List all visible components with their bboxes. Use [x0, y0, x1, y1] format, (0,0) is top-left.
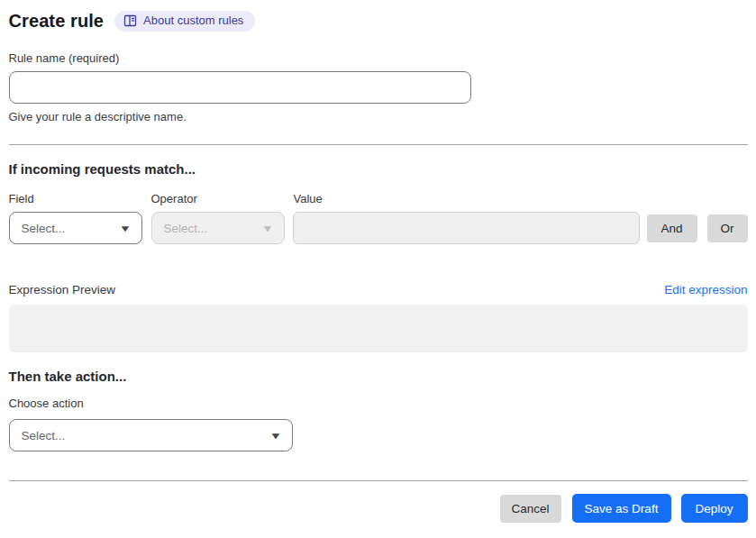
about-custom-rules-label: About custom rules	[143, 14, 243, 26]
expression-label-row: Expression Preview Edit expression	[9, 283, 748, 296]
choose-action-placeholder: Select...	[22, 429, 66, 442]
rule-name-group: Rule name (required) Give your rule a de…	[9, 51, 748, 123]
about-custom-rules-link[interactable]: About custom rules	[114, 11, 255, 32]
match-labels-row: Field Operator Value	[9, 192, 748, 205]
operator-select-placeholder: Select...	[164, 222, 208, 235]
value-input	[293, 212, 640, 244]
match-controls-row: Select... ▼ Select... ▼ And Or	[9, 212, 748, 244]
rule-name-input[interactable]	[9, 71, 471, 104]
expression-preview-label: Expression Preview	[9, 283, 116, 296]
rule-name-helper: Give your rule a descriptive name.	[9, 110, 748, 123]
book-icon	[123, 14, 137, 27]
operator-label: Operator	[151, 192, 294, 205]
page-title: Create rule	[9, 11, 105, 32]
field-select-placeholder: Select...	[22, 222, 66, 235]
or-button[interactable]: Or	[707, 214, 748, 242]
match-section-heading: If incoming requests match...	[9, 161, 748, 177]
save-as-draft-button[interactable]: Save as Draft	[572, 494, 671, 523]
footer-actions: Cancel Save as Draft Deploy	[9, 494, 748, 523]
field-select[interactable]: Select... ▼	[9, 212, 142, 244]
choose-action-select[interactable]: Select... ▼	[9, 419, 293, 451]
cancel-button[interactable]: Cancel	[500, 495, 561, 523]
chevron-down-icon: ▼	[269, 431, 281, 441]
deploy-button[interactable]: Deploy	[681, 494, 748, 523]
and-button[interactable]: And	[647, 214, 697, 242]
expression-preview-box	[9, 305, 748, 352]
rule-name-label: Rule name (required)	[9, 51, 748, 65]
title-row: Create rule About custom rules	[9, 9, 748, 32]
operator-select: Select... ▼	[151, 212, 285, 244]
create-rule-form: Create rule About custom rules Rule name…	[9, 0, 748, 523]
action-section-heading: Then take action...	[9, 369, 748, 384]
edit-expression-link[interactable]: Edit expression	[664, 283, 747, 296]
chevron-down-icon: ▼	[118, 223, 131, 233]
choose-action-label: Choose action	[9, 397, 748, 410]
chevron-down-icon: ▼	[260, 223, 273, 233]
section-divider	[9, 144, 748, 145]
footer-divider	[9, 480, 748, 481]
field-label: Field	[9, 192, 151, 205]
value-label: Value	[294, 192, 323, 205]
